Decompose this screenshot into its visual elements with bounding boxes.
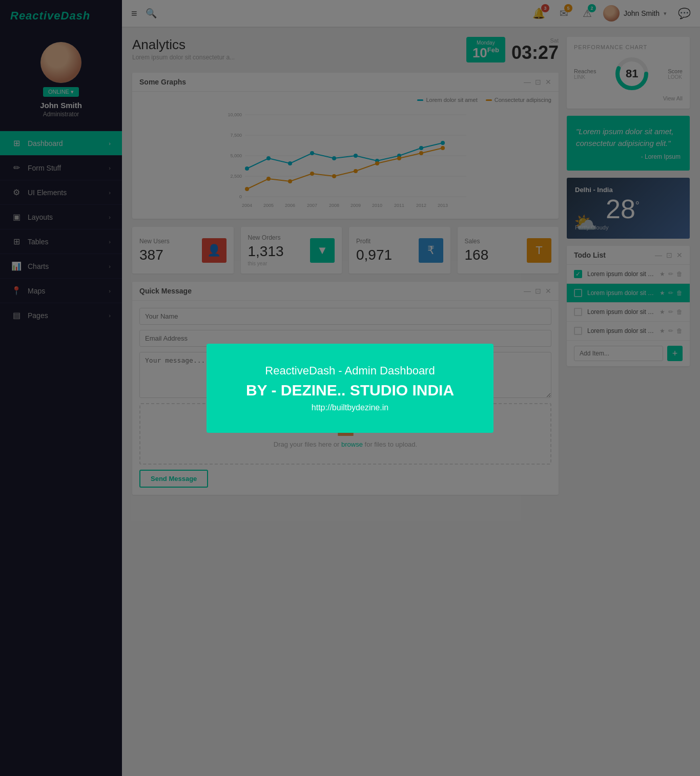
- modal-box: ReactiveDash - Admin Dashboard BY - DEZI…: [207, 344, 493, 433]
- modal-subtitle: BY - DEZINE.. STUDIO INDIA: [232, 382, 468, 399]
- modal-url: http://builtbydezine.in: [232, 403, 468, 412]
- modal-overlay[interactable]: ReactiveDash - Admin Dashboard BY - DEZI…: [0, 0, 700, 776]
- modal-title: ReactiveDash - Admin Dashboard: [232, 364, 468, 377]
